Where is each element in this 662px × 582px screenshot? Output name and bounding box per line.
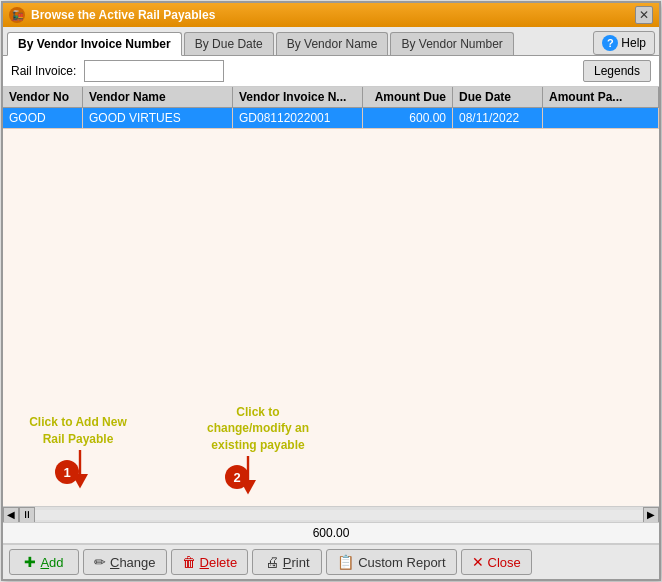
help-label: Help bbox=[621, 36, 646, 50]
table-header: Vendor No Vendor Name Vendor Invoice N..… bbox=[3, 87, 659, 108]
change-label: hange bbox=[119, 555, 155, 570]
print-icon: 🖨 bbox=[265, 554, 279, 570]
table-body[interactable]: GOOD GOOD VIRTUES GD08112022001 600.00 0… bbox=[3, 108, 659, 506]
print-label: rint bbox=[291, 555, 309, 570]
window-close-button[interactable]: ✕ bbox=[635, 6, 653, 24]
status-bar: 600.00 bbox=[3, 522, 659, 544]
cell-invoice-no: GD08112022001 bbox=[233, 108, 363, 128]
custom-report-label: Custom Report bbox=[358, 555, 445, 570]
main-window: 🚂 Browse the Active Rail Payables ✕ By V… bbox=[1, 1, 661, 581]
scroll-pause-button[interactable]: ⏸ bbox=[19, 507, 35, 523]
scroll-right-button[interactable]: ▶ bbox=[643, 507, 659, 523]
tab-due-date[interactable]: By Due Date bbox=[184, 32, 274, 55]
cell-vendor-no: GOOD bbox=[3, 108, 83, 128]
horizontal-scrollbar[interactable]: ◀ ⏸ ▶ bbox=[3, 506, 659, 522]
tab-vendor-number[interactable]: By Vendor Number bbox=[390, 32, 513, 55]
change-icon: ✏ bbox=[94, 554, 106, 570]
scroll-track bbox=[35, 510, 643, 520]
col-header-vendor-no: Vendor No bbox=[3, 87, 83, 107]
delete-icon: 🗑 bbox=[182, 554, 196, 570]
table-area: Vendor No Vendor Name Vendor Invoice N..… bbox=[3, 87, 659, 506]
legends-button[interactable]: Legends bbox=[583, 60, 651, 82]
tab-bar: By Vendor Invoice Number By Due Date By … bbox=[3, 27, 659, 56]
add-label: dd bbox=[49, 555, 63, 570]
col-header-invoice-no: Vendor Invoice N... bbox=[233, 87, 363, 107]
window-title: Browse the Active Rail Payables bbox=[31, 8, 215, 22]
cell-due-date: 08/11/2022 bbox=[453, 108, 543, 128]
bottom-toolbar: ✚ Add ✏ Change 🗑 Delete 🖨 Print 📋 Custom… bbox=[3, 544, 659, 579]
custom-report-icon: 📋 bbox=[337, 554, 354, 570]
col-header-amount-due: Amount Due bbox=[363, 87, 453, 107]
add-button[interactable]: ✚ Add bbox=[9, 549, 79, 575]
print-button[interactable]: 🖨 Print bbox=[252, 549, 322, 575]
rail-invoice-label: Rail Invoice: bbox=[11, 64, 76, 78]
col-header-amount-pa: Amount Pa... bbox=[543, 87, 659, 107]
table-row[interactable]: GOOD GOOD VIRTUES GD08112022001 600.00 0… bbox=[3, 108, 659, 129]
status-amount: 600.00 bbox=[313, 526, 350, 540]
title-bar-left: 🚂 Browse the Active Rail Payables bbox=[9, 7, 215, 23]
col-header-vendor-name: Vendor Name bbox=[83, 87, 233, 107]
help-icon: ? bbox=[602, 35, 618, 51]
help-button[interactable]: ? Help bbox=[593, 31, 655, 55]
app-icon: 🚂 bbox=[9, 7, 25, 23]
scroll-left-button[interactable]: ◀ bbox=[3, 507, 19, 523]
rail-invoice-input[interactable] bbox=[84, 60, 224, 82]
tab-vendor-name[interactable]: By Vendor Name bbox=[276, 32, 389, 55]
close-label: Close bbox=[488, 555, 521, 570]
custom-report-button[interactable]: 📋 Custom Report bbox=[326, 549, 456, 575]
cell-vendor-name: GOOD VIRTUES bbox=[83, 108, 233, 128]
close-button[interactable]: ✕ Close bbox=[461, 549, 532, 575]
search-toolbar: Rail Invoice: Legends bbox=[3, 56, 659, 87]
cell-amount-pa bbox=[543, 108, 659, 128]
cell-amount-due: 600.00 bbox=[363, 108, 453, 128]
close-icon: ✕ bbox=[472, 554, 484, 570]
delete-button[interactable]: 🗑 Delete bbox=[171, 549, 249, 575]
change-button[interactable]: ✏ Change bbox=[83, 549, 167, 575]
col-header-due-date: Due Date bbox=[453, 87, 543, 107]
tab-vendor-invoice[interactable]: By Vendor Invoice Number bbox=[7, 32, 182, 56]
add-icon: ✚ bbox=[24, 554, 36, 570]
delete-label: elete bbox=[209, 555, 237, 570]
title-bar: 🚂 Browse the Active Rail Payables ✕ bbox=[3, 3, 659, 27]
